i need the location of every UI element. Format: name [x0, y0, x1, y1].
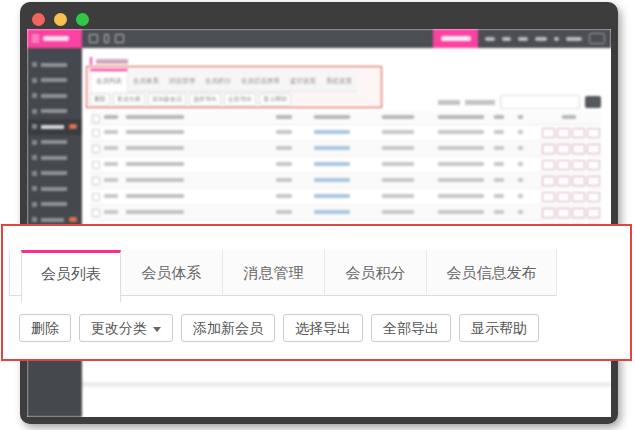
row-checkbox[interactable]	[92, 177, 100, 185]
filter-select-blur[interactable]	[465, 100, 495, 105]
bell-icon[interactable]	[115, 34, 124, 43]
row-action-button[interactable]	[557, 160, 570, 170]
close-window-icon[interactable]	[32, 13, 45, 26]
tab-member-points[interactable]: 会员积分	[325, 250, 427, 296]
topbar-menu-item[interactable]	[554, 37, 559, 41]
row-action-button[interactable]	[587, 208, 600, 218]
add-member-button[interactable]: 添加新会员	[181, 314, 275, 342]
row-action-button[interactable]	[557, 144, 570, 154]
table-row[interactable]	[90, 157, 601, 173]
delete-button[interactable]: 删除	[19, 314, 71, 342]
export-all-button[interactable]: 全部导出	[224, 93, 256, 106]
tab-message-manage[interactable]: 消息管理	[164, 71, 200, 92]
zoom-window-icon[interactable]	[76, 13, 89, 26]
row-checkbox[interactable]	[92, 193, 100, 201]
cell-link-blur[interactable]	[314, 194, 350, 198]
topbar-menu-item[interactable]	[518, 37, 528, 41]
sidebar-item[interactable]	[27, 73, 82, 89]
table-row[interactable]	[90, 205, 601, 221]
export-selected-button[interactable]: 选择导出	[189, 93, 221, 106]
row-action-button[interactable]	[572, 128, 585, 138]
row-action-button[interactable]	[542, 208, 555, 218]
change-category-button[interactable]: 更改分类	[79, 314, 173, 342]
topbar-right-menu	[433, 29, 605, 48]
topbar-menu-item[interactable]	[566, 37, 582, 41]
search-button[interactable]	[585, 96, 601, 108]
sidebar-item[interactable]	[27, 181, 82, 197]
sidebar-item[interactable]	[27, 104, 82, 120]
row-action-button[interactable]	[557, 176, 570, 186]
topbar-chip-button[interactable]	[589, 33, 605, 44]
row-action-button[interactable]	[572, 208, 585, 218]
topbar-pink-button[interactable]	[433, 29, 478, 48]
row-action-button[interactable]	[587, 128, 600, 138]
row-action-button[interactable]	[572, 176, 585, 186]
row-action-button[interactable]	[542, 128, 555, 138]
table-row[interactable]	[90, 173, 601, 189]
show-help-button[interactable]: 显示帮助	[259, 93, 291, 106]
row-checkbox[interactable]	[92, 161, 100, 169]
tab-member-info-publish[interactable]: 会员信息发布	[236, 71, 285, 92]
row-action-button[interactable]	[572, 160, 585, 170]
cell-link-blur[interactable]	[314, 130, 350, 134]
sidebar-item[interactable]	[27, 119, 82, 135]
row-checkbox[interactable]	[92, 129, 100, 137]
export-all-button[interactable]: 全部导出	[371, 314, 451, 342]
row-action-button[interactable]	[587, 144, 600, 154]
tab-member-system[interactable]: 会员体系	[128, 71, 164, 92]
row-action-button[interactable]	[542, 160, 555, 170]
export-selected-button[interactable]: 选择导出	[283, 314, 363, 342]
cell-link-blur[interactable]	[314, 210, 350, 214]
row-action-button[interactable]	[587, 160, 600, 170]
topbar-menu-item[interactable]	[535, 37, 547, 41]
row-action-button[interactable]	[587, 192, 600, 202]
row-checkbox[interactable]	[92, 145, 100, 153]
more-icon[interactable]	[104, 34, 109, 43]
tab-message-manage[interactable]: 消息管理	[223, 250, 325, 296]
row-action-button[interactable]	[557, 128, 570, 138]
delete-button[interactable]: 删除	[90, 93, 110, 106]
table-row[interactable]	[90, 125, 601, 141]
cell-link-blur[interactable]	[314, 178, 350, 182]
sidebar-item[interactable]	[27, 88, 82, 104]
search-input[interactable]	[500, 95, 580, 109]
tab-member-points[interactable]: 会员积分	[200, 71, 236, 92]
cell-link-blur[interactable]	[314, 146, 350, 150]
tab-monitor-settings[interactable]: 监控设置	[285, 71, 321, 92]
table-row[interactable]	[90, 141, 601, 157]
select-all-checkbox[interactable]	[92, 115, 100, 123]
app-logo[interactable]	[27, 29, 82, 48]
add-member-button[interactable]: 添加新会员	[148, 93, 186, 106]
cell-name-blur	[126, 162, 184, 166]
tab-member-list[interactable]: 会员列表	[21, 250, 121, 302]
tab-member-info-publish[interactable]: 会员信息发布	[427, 250, 557, 296]
refresh-icon[interactable]	[89, 34, 98, 43]
sidebar-item[interactable]	[27, 197, 82, 213]
change-category-button[interactable]: 更改分类	[113, 93, 145, 106]
show-help-button[interactable]: 显示帮助	[459, 314, 539, 342]
cell-link-blur[interactable]	[314, 162, 350, 166]
sidebar-item-icon	[32, 217, 37, 222]
sidebar-item[interactable]	[27, 135, 82, 151]
cell-count-blur	[494, 162, 504, 166]
row-action-button[interactable]	[557, 208, 570, 218]
tab-system-settings[interactable]: 系统设置	[321, 71, 357, 92]
row-action-button[interactable]	[542, 176, 555, 186]
topbar-menu-item[interactable]	[502, 37, 511, 41]
row-action-button[interactable]	[557, 192, 570, 202]
table-row[interactable]	[90, 189, 601, 205]
cell-email-blur	[438, 178, 484, 182]
row-action-button[interactable]	[572, 192, 585, 202]
tab-member-list[interactable]: 会员列表	[90, 69, 128, 92]
topbar-menu-item[interactable]	[485, 37, 495, 41]
tab-member-system[interactable]: 会员体系	[121, 250, 223, 296]
row-checkbox[interactable]	[92, 209, 100, 217]
minimize-window-icon[interactable]	[54, 13, 67, 26]
row-action-button[interactable]	[587, 176, 600, 186]
sidebar-item[interactable]	[27, 150, 82, 166]
row-action-button[interactable]	[572, 144, 585, 154]
row-action-button[interactable]	[542, 192, 555, 202]
sidebar-item[interactable]	[27, 166, 82, 182]
row-action-button[interactable]	[542, 144, 555, 154]
sidebar-item[interactable]	[27, 57, 82, 73]
